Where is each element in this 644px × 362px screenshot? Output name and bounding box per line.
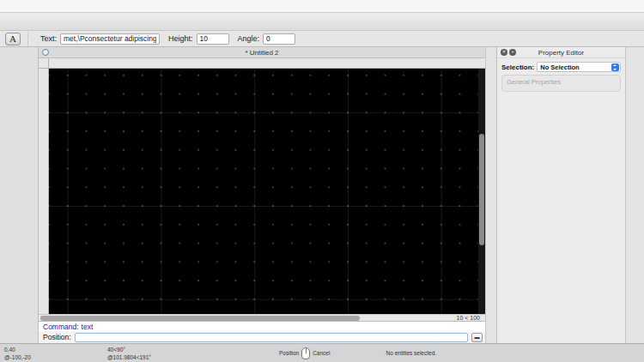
command-line[interactable]: Command: text — [39, 321, 485, 331]
selection-dropdown[interactable]: No Selection — [537, 62, 621, 72]
height-input[interactable] — [197, 33, 229, 45]
snap-palette — [0, 47, 39, 343]
status-dot: · — [381, 350, 383, 356]
statusbar: 0,40 @-100,-20 40<90° @101.9804<191° Pos… — [0, 343, 644, 362]
librecad-window: A Text: Height: Angle: * Untitled 2 — [0, 0, 644, 362]
status-abs-polar: 40<90° — [107, 346, 279, 353]
command-label: Command: — [43, 323, 79, 331]
position-row: Position: ▬ — [39, 331, 485, 343]
toolbar-separator — [27, 33, 28, 45]
horizontal-scrollbar-thumb[interactable] — [40, 316, 360, 321]
horizontal-scrollbar[interactable]: 10 < 100 — [39, 314, 485, 321]
status-position-label: Position — [279, 350, 299, 356]
dock-icons-strip — [625, 47, 644, 343]
document-tabbar: * Untitled 2 — [39, 47, 485, 58]
text-input[interactable] — [60, 33, 160, 45]
drawing-canvas[interactable] — [49, 69, 478, 314]
property-editor-panel: ✕ + Property Editor Selection: No Select… — [496, 47, 625, 343]
text-options-toolbar: A Text: Height: Angle: — [0, 31, 644, 47]
status-rel-polar: @101.9804<191° — [107, 353, 279, 361]
grid-status: 10 < 100 — [457, 315, 480, 322]
document-tab-title[interactable]: * Untitled 2 — [245, 49, 278, 57]
angle-field-label: Angle: — [238, 34, 260, 43]
selection-value: No Selection — [540, 63, 579, 71]
status-abs-coord: 0,40 — [4, 346, 107, 353]
general-properties-group: General Properties — [501, 75, 621, 92]
mouse-hint-icon — [301, 347, 310, 359]
vertical-scrollbar[interactable] — [478, 69, 485, 314]
panel-close-icon[interactable]: ✕ — [501, 49, 507, 56]
ruler-corner — [39, 58, 49, 69]
position-options-button[interactable]: ▬ — [471, 333, 483, 342]
status-selection-message: No entities selected. — [386, 350, 437, 356]
group-title: General Properties — [507, 78, 617, 86]
panel-float-icon[interactable]: + — [509, 49, 516, 56]
horizontal-ruler — [49, 58, 478, 69]
text-field-label: Text: — [40, 34, 57, 43]
vertical-ruler — [39, 69, 49, 314]
menubar — [0, 0, 644, 13]
vertical-scrollbar-thumb[interactable] — [479, 134, 484, 245]
main-toolbar — [0, 13, 644, 31]
status-rel-coord: @-100,-20 — [4, 353, 107, 361]
position-label: Position: — [43, 333, 71, 341]
height-field-label: Height: — [168, 34, 193, 43]
selection-label: Selection: — [501, 63, 534, 71]
command-value: text — [82, 323, 94, 331]
document-tab-icon — [42, 49, 49, 56]
panel-title: Property Editor — [538, 49, 584, 57]
dropdown-stepper-icon — [611, 63, 619, 71]
dock-tabs — [485, 47, 496, 343]
status-cancel-label: Cancel — [313, 350, 330, 356]
position-input[interactable] — [75, 333, 468, 342]
mtext-tool-button[interactable]: A — [5, 33, 21, 45]
ruler-corner-right — [478, 58, 485, 69]
angle-input[interactable] — [263, 33, 295, 45]
